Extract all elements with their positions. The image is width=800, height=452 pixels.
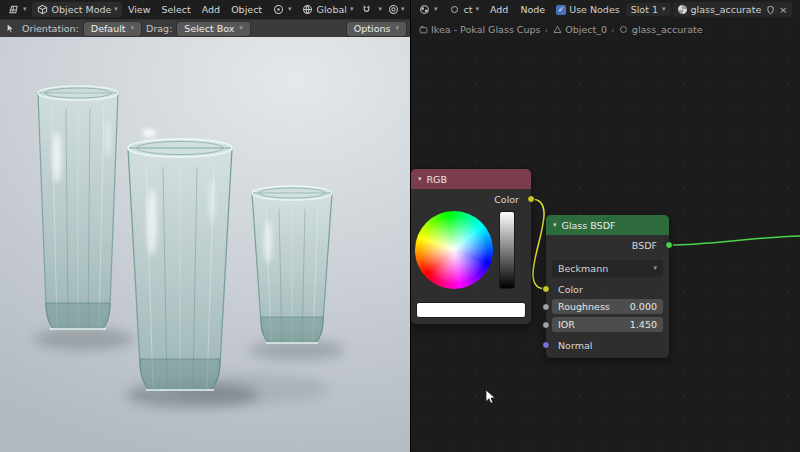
breadcrumb-object-label: Object_0: [565, 24, 607, 35]
roughness-slider[interactable]: Roughness 0.000: [552, 299, 663, 314]
color-input-row: Color: [546, 281, 669, 297]
magnet-icon: [360, 3, 373, 16]
node-rgb[interactable]: ▾ RGB Color: [411, 169, 531, 324]
rgb-color-output-socket[interactable]: [527, 195, 535, 203]
roughness-label: Roughness: [558, 301, 610, 312]
options-label: Options: [354, 23, 391, 34]
ior-field[interactable]: IOR 1.450: [552, 317, 663, 332]
unlink-material-button[interactable]: ×: [779, 4, 787, 15]
proportional-edit-dropdown[interactable]: ▾: [385, 2, 407, 17]
color-swatch[interactable]: [416, 302, 526, 318]
object-mode-icon: [36, 3, 49, 16]
mode-dropdown[interactable]: Object Mode ▾: [32, 2, 122, 17]
menu-view[interactable]: View: [123, 2, 156, 17]
snap-settings-dropdown[interactable]: ▾: [376, 5, 384, 14]
normal-input-socket[interactable]: [542, 341, 550, 349]
collapse-icon[interactable]: ▾: [418, 176, 422, 183]
bsdf-output-label: BSDF: [632, 240, 657, 251]
chevron-down-icon: ▾: [401, 6, 405, 13]
viewport-editor: ▾ Object Mode ▾ View Select Add Object: [0, 0, 410, 452]
pin-icon: [796, 3, 800, 16]
rendered-glasses-image: [0, 37, 410, 452]
distribution-value: Beckmann: [558, 263, 608, 274]
breadcrumb: Ikea - Pokal Glass Cups › Object_0 ›: [418, 24, 703, 35]
orientation-setting-dropdown[interactable]: Default ▾: [84, 22, 141, 36]
menu-add-node[interactable]: Add: [485, 2, 513, 17]
ior-input-socket[interactable]: [542, 321, 550, 329]
shader-type-label: ct: [464, 4, 473, 15]
node-glass-bsdf[interactable]: ▾ Glass BSDF BSDF Beckmann ▾ Color: [546, 215, 669, 358]
chevron-down-icon: ▾: [434, 6, 438, 13]
material-name: glass_accurate: [691, 4, 762, 15]
color-picker: [415, 211, 527, 289]
options-dropdown[interactable]: Options ▾: [347, 22, 406, 36]
roughness-row: Roughness 0.000: [546, 299, 669, 315]
color-wheel[interactable]: [415, 211, 493, 289]
glass-node-header[interactable]: ▾ Glass BSDF: [546, 215, 669, 235]
glass-tall: [38, 86, 118, 329]
fake-user-shield-icon[interactable]: [765, 3, 775, 16]
glass-medium: [128, 139, 232, 390]
drag-setting-dropdown[interactable]: Select Box ▾: [177, 22, 250, 36]
normal-input-label: Normal: [558, 340, 592, 351]
menu-node[interactable]: Node: [515, 2, 550, 17]
glass-small: [252, 186, 332, 343]
use-nodes-checkbox[interactable]: ✓: [556, 5, 566, 15]
breadcrumb-object: Object_0: [552, 24, 607, 35]
roughness-input-socket[interactable]: [542, 303, 550, 311]
menu-select[interactable]: Select: [156, 2, 195, 17]
blender-window: ▾ Object Mode ▾ View Select Add Object: [0, 0, 800, 452]
menu-object[interactable]: Object: [226, 2, 267, 17]
chevron-down-icon: ▾: [653, 265, 657, 272]
shader-editor-icon: [418, 3, 431, 16]
orientation-setting-value: Default: [91, 23, 126, 34]
slot-dropdown[interactable]: Slot 1 ▾: [626, 3, 671, 16]
chevron-down-icon: ▾: [475, 6, 479, 13]
editor-type-button[interactable]: ▾: [414, 2, 442, 17]
active-tool-icon[interactable]: [4, 22, 17, 35]
chevron-down-icon: ▾: [662, 6, 666, 13]
proportional-edit-icon: [387, 3, 400, 16]
transform-orientation-dropdown[interactable]: Global ▾: [297, 2, 358, 17]
object-icon: [552, 25, 562, 35]
pivot-point-dropdown[interactable]: ▾: [268, 2, 296, 17]
menu-add[interactable]: Add: [197, 2, 225, 17]
collection-icon: [418, 25, 428, 35]
mode-label: Object Mode: [52, 4, 112, 15]
shader-editor: ▾ ct ▾ Add Node ✓ Use Nodes Slot 1: [410, 0, 800, 452]
use-nodes-toggle[interactable]: ✓ Use Nodes: [552, 3, 624, 16]
rgb-color-output-row: Color: [411, 189, 531, 209]
bsdf-output-socket[interactable]: [665, 241, 673, 249]
chevron-down-icon: ▾: [131, 25, 135, 32]
snap-toggle-button[interactable]: [358, 2, 375, 17]
ior-row: IOR 1.450: [546, 317, 669, 333]
color-input-label: Color: [558, 284, 583, 295]
slot-label: Slot 1: [631, 4, 658, 15]
check-icon: ✓: [558, 5, 565, 14]
breadcrumb-scene: Ikea - Pokal Glass Cups: [418, 24, 541, 35]
material-preview-icon: [678, 5, 687, 14]
shader-editor-header: ▾ ct ▾ Add Node ✓ Use Nodes Slot 1: [411, 0, 800, 19]
roughness-value: 0.000: [630, 301, 657, 312]
value-slider[interactable]: [499, 211, 515, 289]
chevron-down-icon: ▾: [395, 25, 399, 32]
viewport-render-area[interactable]: [0, 37, 410, 452]
mouse-cursor: [485, 389, 497, 405]
node-editor-canvas[interactable]: Ikea - Pokal Glass Cups › Object_0 ›: [411, 19, 800, 452]
shader-type-dropdown[interactable]: ct ▾: [444, 2, 483, 17]
orientation-label: Global: [317, 4, 347, 15]
pin-button[interactable]: [794, 2, 800, 17]
distribution-dropdown[interactable]: Beckmann ▾: [552, 260, 663, 277]
breadcrumb-separator: ›: [611, 24, 615, 35]
chevron-down-icon: ▾: [350, 6, 354, 13]
ior-label: IOR: [558, 319, 575, 330]
rgb-node-title: RGB: [427, 174, 447, 185]
shader-header-right: ▾: [794, 2, 800, 17]
rgb-node-header[interactable]: ▾ RGB: [411, 169, 531, 189]
editor-type-button[interactable]: ▾: [3, 2, 31, 17]
material-selector[interactable]: glass_accurate ×: [673, 2, 793, 17]
collapse-icon[interactable]: ▾: [553, 222, 557, 229]
chevron-down-icon: ▾: [288, 6, 292, 13]
breadcrumb-material-label: glass_accurate: [632, 24, 703, 35]
color-input-socket[interactable]: [542, 285, 550, 293]
